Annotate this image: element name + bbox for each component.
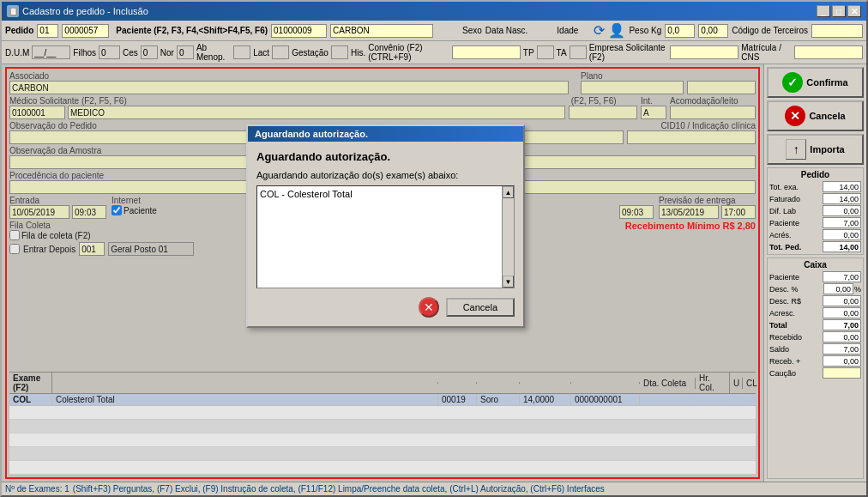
dif-lab-label: Dif. Lab — [769, 207, 796, 215]
tp-label: TP — [523, 48, 534, 58]
pedido-val2-input[interactable] — [62, 24, 109, 38]
restore-button[interactable]: □ — [832, 5, 846, 17]
tot-exa-val[interactable] — [823, 181, 861, 192]
empresa-input[interactable] — [670, 45, 738, 59]
title-bar-controls: _ □ ✕ — [817, 5, 861, 17]
nor-input[interactable] — [177, 45, 194, 59]
ab-menop-input[interactable] — [233, 45, 250, 59]
header-row-2: D.U.M Filhos Ces Nor Ab Menop. Lact Gest… — [2, 41, 866, 64]
pedido-stats-title: Pedido — [769, 170, 861, 179]
importa-label: Importa — [810, 144, 844, 155]
paciente-name-input[interactable] — [330, 24, 433, 38]
caixa-title: Caixa — [769, 260, 861, 270]
desc-pct-sign: % — [854, 285, 861, 294]
importa-button[interactable]: ↑ Importa — [767, 134, 864, 165]
caixa-stats: Caixa Paciente Desc. % % Desc. R$ — [767, 258, 864, 479]
pedido-val1-input[interactable] — [37, 24, 58, 38]
minimize-button[interactable]: _ — [817, 5, 830, 17]
user-icon: 👤 — [608, 22, 625, 39]
faturado-val[interactable] — [823, 193, 861, 204]
app-icon: 📋 — [7, 5, 19, 17]
peso-input[interactable] — [665, 24, 695, 38]
dif-lab-val[interactable] — [823, 205, 861, 216]
sexo-label: Sexo — [462, 26, 482, 35]
peso-label: Peso Kg — [629, 26, 661, 35]
ab-menop-label: Ab Menop. — [196, 43, 231, 62]
acresc-val[interactable] — [823, 307, 861, 318]
ta-input[interactable] — [570, 45, 587, 59]
data-nasc-label: Data Nasc. — [485, 26, 527, 35]
modal-scrollbar[interactable]: ▲ ▼ — [502, 186, 514, 288]
cod-terceiros-input[interactable] — [811, 24, 863, 38]
modal-cancel-button[interactable]: Cancela — [446, 298, 515, 317]
tp-input[interactable] — [537, 45, 554, 59]
convenio-label: Convênio (F2)(CTRL+F9) — [368, 43, 449, 62]
caucao-val[interactable] — [823, 367, 861, 379]
receb-mais-val[interactable] — [823, 355, 861, 367]
gestacao-input[interactable] — [331, 45, 348, 59]
shortcuts: (Shift+F3) Perguntas, (F7) Exclui, (F9) … — [73, 484, 605, 494]
caixa-pac-label: Paciente — [769, 273, 799, 282]
filhos-input[interactable] — [99, 45, 120, 59]
paciente-label: Paciente (F2, F3, F4,<Shift>F4,F5, F6) — [116, 26, 268, 35]
acrs-val[interactable] — [823, 229, 861, 240]
saldo-val[interactable] — [823, 343, 861, 355]
paciente-stat-val[interactable] — [823, 217, 861, 228]
faturado-label: Faturado — [769, 195, 800, 203]
cancel-x-icon: ✕ — [785, 106, 805, 126]
matricula-input[interactable] — [794, 45, 863, 59]
confirma-label: Confirma — [806, 77, 847, 88]
tot-exa-label: Tot. exa. — [769, 183, 799, 191]
check-icon: ✓ — [782, 72, 803, 93]
idade-label: Idade — [557, 26, 578, 35]
receb-mais-label: Receb. + — [769, 357, 800, 366]
pedido-label: Pedido — [5, 26, 33, 35]
cancela-button[interactable]: ✕ Cancela — [767, 100, 864, 131]
desc-r-label: Desc. R$ — [769, 297, 801, 306]
lact-input[interactable] — [272, 45, 289, 59]
alt-input[interactable] — [698, 24, 728, 38]
modal-list: COL - Colesterol Total ▲ ▼ — [256, 185, 515, 288]
header-row-1: Pedido Paciente (F2, F3, F4,<Shift>F4,F5… — [2, 21, 866, 41]
caucao-label: Caução — [769, 369, 796, 378]
dum-input[interactable] — [32, 45, 70, 59]
recebido-label: Recebido — [769, 333, 802, 342]
caixa-pac-val[interactable] — [823, 271, 861, 282]
paciente-id-input[interactable] — [271, 24, 327, 38]
modal-footer: ✕ Cancela — [256, 297, 515, 318]
confirma-button[interactable]: ✓ Confirma — [767, 67, 864, 98]
tot-ped-label: Tot. Ped. — [769, 243, 801, 252]
paciente-stat-label: Paciente — [769, 219, 799, 227]
desc-r-val[interactable] — [823, 295, 861, 306]
num-exames: Nº de Exames: 1 — [5, 484, 69, 494]
cod-terceiros-label: Código de Terceiros — [732, 26, 808, 35]
filhos-label: Filhos — [73, 48, 96, 58]
tot-ped-val[interactable] — [823, 241, 861, 252]
total-val[interactable] — [823, 319, 861, 330]
desc-pct-label: Desc. % — [769, 285, 799, 294]
acresc-label: Acresc. — [769, 309, 795, 318]
saldo-label: Saldo — [769, 345, 789, 354]
status-bar: Nº de Exames: 1 (Shift+F3) Perguntas, (F… — [2, 482, 866, 495]
desc-pct-val[interactable] — [823, 283, 853, 294]
refresh-icon[interactable]: ⟳ — [594, 22, 605, 39]
form-panel: Associado Plano Médico Solici — [2, 64, 763, 482]
modal-close-btn[interactable]: ✕ — [419, 297, 439, 318]
acrs-label: Acrés. — [769, 231, 792, 239]
modal-title: Aguardando autorização. — [248, 126, 523, 142]
recebido-val[interactable] — [823, 331, 861, 342]
title-bar: 📋 Cadastro de pedido - Inclusão _ □ ✕ — [2, 2, 866, 21]
nor-label: Nor — [160, 48, 174, 58]
close-button[interactable]: ✕ — [847, 5, 861, 17]
matricula-label: Matrícula / CNS — [741, 43, 792, 62]
convenio-input[interactable] — [452, 45, 521, 59]
pedido-stats: Pedido Tot. exa. Faturado Dif. Lab Pacie… — [767, 167, 864, 255]
modal-list-item: COL - Colesterol Total — [260, 189, 511, 199]
modal-subtext: Aguardando autorização do(s) exame(s) ab… — [256, 170, 515, 180]
ces-input[interactable] — [141, 45, 158, 59]
main-content: Associado Plano Médico Solici — [2, 64, 866, 482]
modal-dialog: Aguardando autorização. Aguardando autor… — [246, 124, 525, 328]
lact-label: Lact — [253, 48, 269, 58]
empresa-label: Empresa Solicitante (F2) — [589, 43, 668, 62]
main-window: 📋 Cadastro de pedido - Inclusão _ □ ✕ Pe… — [0, 0, 868, 497]
